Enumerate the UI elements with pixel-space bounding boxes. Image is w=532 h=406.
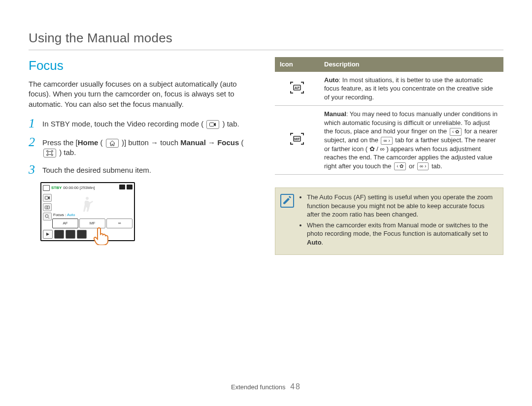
lcd-ev-icon	[66, 230, 75, 239]
right-column: Icon Description AF Auto: In most situat…	[275, 57, 503, 255]
table-row-auto: AF Auto: In most situations, it is bette…	[275, 72, 503, 106]
lcd-time: 00:00:00 [253Min]	[63, 186, 95, 191]
lcd-stby: STBY	[51, 186, 62, 191]
home-icon	[106, 139, 119, 148]
lcd-left-buttons	[43, 194, 52, 220]
lcd-video-mode-icon	[43, 194, 52, 202]
step-text: In STBY mode, touch the Video recording …	[42, 117, 239, 129]
svg-text:MF: MF	[294, 137, 300, 141]
golfer-silhouette-icon	[80, 195, 95, 213]
far-focus-tab-icon: ∞ ›	[381, 137, 392, 145]
video-mode-icon	[206, 120, 219, 129]
step-1: 1 In STBY mode, touch the Video recordin…	[29, 117, 257, 130]
lcd-focus-tabs: AF MF ∞	[52, 219, 133, 228]
note-bold: Auto	[307, 239, 322, 246]
step-text-fragment: →	[206, 138, 217, 147]
table-desc-auto: Auto: In most situations, it is better t…	[319, 72, 503, 106]
steps-list: 1 In STBY mode, touch the Video recordin…	[29, 117, 257, 177]
lcd-topright	[119, 185, 133, 189]
fullhd-icon	[127, 185, 133, 189]
horizontal-rule	[29, 50, 503, 50]
svg-point-4	[47, 207, 48, 208]
row-body: or	[407, 162, 416, 170]
table-header-icon: Icon	[275, 57, 319, 72]
svg-rect-1	[48, 152, 52, 155]
step-text: Touch the desired submenu item.	[42, 163, 151, 175]
icon-description-table: Icon Description AF Auto: In most situat…	[275, 57, 503, 175]
touch-finger-icon	[94, 225, 111, 245]
lcd-focus-label-text: Focus :	[53, 213, 66, 217]
step-bold: Manual	[180, 138, 206, 147]
mf-bracket-icon: MF	[290, 132, 304, 145]
two-column-layout: Focus The camcorder usually focuses on a…	[29, 57, 503, 255]
footer-page-number: 48	[290, 382, 301, 391]
focus-icon	[43, 149, 56, 157]
step-number: 1	[29, 117, 37, 130]
step-text-fragment: (	[98, 138, 102, 147]
svg-point-5	[45, 215, 48, 218]
step-text-fragment: In STBY mode, touch the Video recording …	[42, 120, 203, 128]
step-bold: Home	[78, 138, 99, 147]
note-item: When the camcorder exits from Manual mod…	[307, 221, 497, 247]
mf-icon-cell: MF	[275, 106, 319, 175]
svg-rect-0	[210, 123, 214, 126]
step-bold: Focus	[217, 138, 239, 147]
note-text: When the camcorder exits from Manual mod…	[307, 221, 488, 238]
svg-rect-3	[45, 206, 50, 209]
step-text: Press the [Home ( )] button → touch Manu…	[42, 136, 257, 158]
section-title: Focus	[29, 57, 257, 74]
step-number: 3	[29, 163, 37, 176]
af-icon-cell: AF	[275, 72, 319, 106]
note-item: The Auto Focus (AF) setting is useful wh…	[307, 193, 497, 219]
step-3: 3 Touch the desired submenu item.	[29, 163, 257, 176]
svg-text:AF: AF	[295, 86, 300, 90]
svg-line-6	[48, 218, 50, 219]
near-focus-tab-icon: ‹ ✿	[450, 128, 462, 136]
intro-paragraph: The camcorder usually focuses on a subje…	[29, 79, 257, 109]
table-row-manual: MF Manual: You may need to focus manuall…	[275, 106, 503, 175]
footer-section: Extended functions	[231, 383, 286, 391]
af-bracket-icon: AF	[290, 81, 304, 94]
lcd-screenshot: STBY 00:00:00 [253Min] Focus : Auto AF M…	[40, 182, 135, 241]
near-focus-tab-icon: ‹ ✿	[394, 162, 406, 170]
row-body: tab.	[430, 162, 442, 170]
step-text-fragment: ) tab.	[222, 120, 239, 128]
page-footer: Extended functions 48	[0, 381, 532, 392]
svg-rect-2	[45, 196, 48, 199]
step-text-fragment: (	[239, 138, 243, 147]
sd-card-icon	[43, 185, 50, 191]
lcd-menu-icon	[54, 230, 64, 239]
step-2: 2 Press the [Home ( )] button → touch Ma…	[29, 136, 257, 158]
step-number: 2	[29, 136, 37, 149]
lcd-tab-af: AF	[52, 219, 78, 228]
left-column: Focus The camcorder usually focuses on a…	[29, 57, 257, 241]
far-focus-tab-icon: ∞ ›	[417, 162, 429, 170]
battery-icon	[119, 185, 125, 189]
lcd-focus-tab-icon	[77, 230, 87, 239]
note-text: .	[322, 239, 324, 246]
step-text-fragment: )] button → touch	[122, 138, 180, 147]
table-desc-manual: Manual: You may need to focus manually u…	[319, 106, 503, 175]
note-list: The Auto Focus (AF) setting is useful wh…	[299, 193, 497, 249]
page-title: Using the Manual modes	[29, 30, 503, 47]
lcd-bottom-buttons: ▶	[43, 230, 133, 239]
table-header-description: Description	[319, 57, 503, 72]
lcd-photo-mode-icon	[43, 203, 52, 211]
lcd-focus-label: Focus : Auto	[53, 213, 75, 218]
row-title: Auto	[324, 76, 339, 84]
note-pencil-icon	[280, 194, 294, 208]
lcd-focus-value: Auto	[67, 213, 75, 217]
step-text-fragment: Press the [	[42, 138, 78, 147]
note-box: The Auto Focus (AF) setting is useful wh…	[275, 187, 503, 255]
lcd-zoom-icon	[43, 213, 52, 220]
row-body: : In most situations, it is better to us…	[324, 76, 493, 101]
row-title: Manual	[324, 110, 346, 118]
step-text-fragment: ) tab.	[59, 148, 76, 156]
lcd-playback-icon: ▶	[43, 230, 53, 239]
